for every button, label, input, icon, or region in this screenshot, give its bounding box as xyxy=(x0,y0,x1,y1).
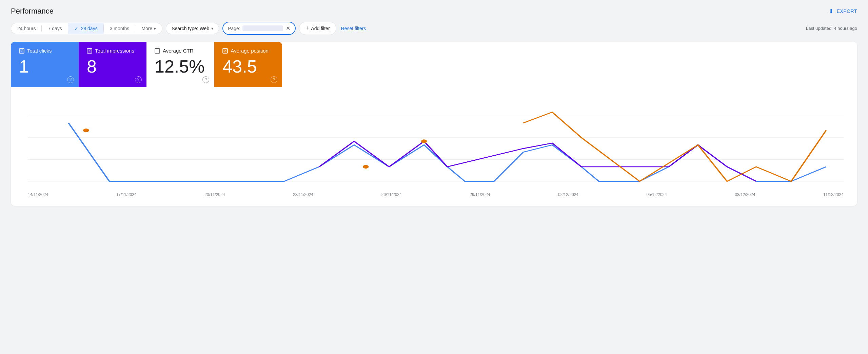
metric-header-position: ✓ Average position xyxy=(222,48,273,54)
filter-24h[interactable]: 24 hours xyxy=(11,23,42,34)
x-label-2: 20/11/2024 xyxy=(204,192,225,197)
check-icon: ✓ xyxy=(74,26,78,31)
metrics-row: ✓ Total clicks 1 ? ✓ Total impressions 8… xyxy=(11,42,857,87)
help-icon-ctr[interactable]: ? xyxy=(202,76,209,83)
chevron-down-icon: ▾ xyxy=(211,26,213,31)
page-filter-value xyxy=(242,25,283,31)
reset-filters-button[interactable]: Reset filters xyxy=(340,23,368,34)
help-icon-impressions[interactable]: ? xyxy=(135,76,142,83)
x-label-0: 14/11/2024 xyxy=(28,192,48,197)
svg-point-5 xyxy=(421,139,427,143)
metric-value-position: 43.5 xyxy=(222,57,273,76)
time-filter-group: 24 hours 7 days ✓ 28 days 3 months More … xyxy=(11,23,162,34)
export-button[interactable]: ⬇ EXPORT xyxy=(829,7,857,15)
metric-average-position[interactable]: ✓ Average position 43.5 ? xyxy=(214,42,282,87)
x-label-8: 08/12/2024 xyxy=(735,192,755,197)
metric-value-impressions: 8 xyxy=(87,57,137,76)
help-icon-clicks[interactable]: ? xyxy=(67,76,74,83)
x-axis-labels: 14/11/2024 17/11/2024 20/11/2024 23/11/2… xyxy=(28,192,844,197)
x-label-4: 26/11/2024 xyxy=(381,192,402,197)
filter-3m[interactable]: 3 months xyxy=(104,23,136,34)
metric-total-clicks[interactable]: ✓ Total clicks 1 ? xyxy=(11,42,79,87)
metric-total-impressions[interactable]: ✓ Total impressions 8 ? xyxy=(79,42,146,87)
performance-chart xyxy=(28,94,844,192)
filter-bar: 24 hours 7 days ✓ 28 days 3 months More … xyxy=(11,22,857,35)
help-icon-position[interactable]: ? xyxy=(271,76,277,83)
page-filter[interactable]: Page: ✕ xyxy=(222,22,296,35)
checkbox-impressions: ✓ xyxy=(87,48,92,54)
metric-average-ctr[interactable]: ✓ Average CTR 12.5% ? xyxy=(146,42,214,87)
page-title: Performance xyxy=(11,7,54,16)
metric-header-clicks: ✓ Total clicks xyxy=(19,48,69,54)
svg-point-6 xyxy=(363,165,369,169)
add-filter-button[interactable]: + Add filter xyxy=(299,22,336,35)
chart-area: 14/11/2024 17/11/2024 20/11/2024 23/11/2… xyxy=(11,87,857,196)
last-updated-text: Last updated: 4 hours ago xyxy=(806,26,857,31)
filter-more[interactable]: More ▾ xyxy=(135,23,162,34)
chevron-down-icon: ▾ xyxy=(154,26,156,31)
x-label-1: 17/11/2024 xyxy=(116,192,137,197)
x-label-7: 05/12/2024 xyxy=(647,192,667,197)
x-label-6: 02/12/2024 xyxy=(558,192,578,197)
checkbox-position: ✓ xyxy=(222,48,228,54)
x-label-3: 23/11/2024 xyxy=(293,192,313,197)
checkbox-ctr: ✓ xyxy=(155,48,160,54)
export-icon: ⬇ xyxy=(829,7,834,15)
main-card: ✓ Total clicks 1 ? ✓ Total impressions 8… xyxy=(11,42,857,206)
plus-icon: + xyxy=(305,25,309,32)
filter-28d[interactable]: ✓ 28 days xyxy=(68,23,104,34)
metric-header-impressions: ✓ Total impressions xyxy=(87,48,137,54)
metric-header-ctr: ✓ Average CTR xyxy=(155,48,204,54)
x-label-9: 11/12/2024 xyxy=(823,192,844,197)
filter-7d[interactable]: 7 days xyxy=(42,23,68,34)
x-label-5: 29/11/2024 xyxy=(470,192,490,197)
page-filter-label: Page: xyxy=(228,26,240,31)
metric-value-ctr: 12.5% xyxy=(155,57,204,76)
svg-point-4 xyxy=(83,129,89,132)
search-type-filter[interactable]: Search type: Web ▾ xyxy=(166,23,219,34)
close-icon[interactable]: ✕ xyxy=(286,25,290,32)
metric-value-clicks: 1 xyxy=(19,57,69,76)
checkbox-clicks: ✓ xyxy=(19,48,24,54)
